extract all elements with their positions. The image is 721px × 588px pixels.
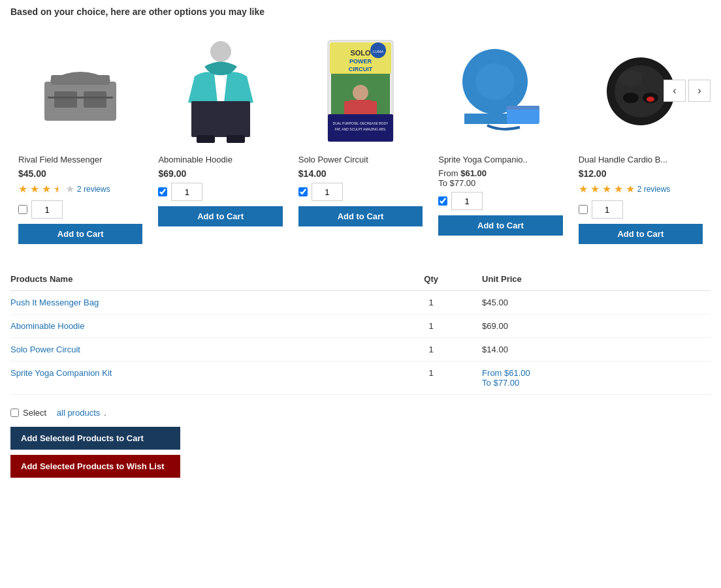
product-card-4: Sprite Yoga Companio.. From $61.00 To $7… xyxy=(430,27,570,251)
col-header-qty: Qty xyxy=(398,270,469,291)
section-title: Based on your choice, here are other opt… xyxy=(10,7,711,17)
svg-text:POWER: POWER xyxy=(349,58,372,65)
row-price-3: $14.00 xyxy=(469,338,711,362)
review-link-5[interactable]: 2 reviews xyxy=(637,185,671,194)
product-card-2: Abominable Hoodie $69.00 Add to Cart xyxy=(150,27,290,251)
svg-point-5 xyxy=(210,41,231,62)
product-checkbox-2[interactable] xyxy=(158,187,167,196)
qty-input-4[interactable] xyxy=(451,192,483,210)
row-name-4: Sprite Yoga Companion Kit xyxy=(10,362,398,395)
svg-text:SOLO: SOLO xyxy=(350,49,371,57)
row-name-1: Push It Messenger Bag xyxy=(10,291,398,315)
table-row: Sprite Yoga Companion Kit 1 From $61.00 … xyxy=(10,362,711,395)
product-name-2: Abominable Hoodie xyxy=(158,155,282,164)
star-1-4: ★★ xyxy=(54,183,63,195)
product-checkbox-4[interactable] xyxy=(438,196,447,206)
svg-rect-8 xyxy=(227,135,245,143)
select-all-suffix: . xyxy=(104,408,106,418)
star-5-5: ★ xyxy=(626,183,635,195)
row-link-1[interactable]: Push It Messenger Bag xyxy=(10,298,99,307)
row-link-3[interactable]: Solo Power Circuit xyxy=(10,345,80,354)
svg-point-25 xyxy=(475,63,515,100)
col-header-price: Unit Price xyxy=(469,270,711,291)
price-from-4: $61.00 xyxy=(460,168,487,178)
product-image-4 xyxy=(438,34,562,148)
row-qty-2: 1 xyxy=(398,315,469,338)
qty-input-1[interactable] xyxy=(31,200,63,219)
add-to-cart-button-5[interactable]: Add to Cart xyxy=(579,224,703,244)
products-carousel: Rival Field Messenger $45.00 ★ ★ ★ ★★ ★ … xyxy=(10,27,711,251)
product-checkbox-1[interactable] xyxy=(18,205,27,214)
product-name-4: Sprite Yoga Companio.. xyxy=(438,155,562,164)
product-image-2 xyxy=(158,34,282,148)
star-1-1: ★ xyxy=(18,183,27,195)
add-to-cart-button-4[interactable]: Add to Cart xyxy=(438,215,562,236)
select-all-label: Select xyxy=(23,408,46,418)
product-card-1: Rival Field Messenger $45.00 ★ ★ ★ ★★ ★ … xyxy=(10,27,150,251)
qty-row-2 xyxy=(158,183,282,201)
qty-input-3[interactable] xyxy=(312,183,343,201)
add-to-cart-button-1[interactable]: Add to Cart xyxy=(18,224,142,244)
product-image-1 xyxy=(18,34,142,148)
svg-text:FAT, AND SCULPT AMAZING ABS.: FAT, AND SCULPT AMAZING ABS. xyxy=(335,127,387,131)
row-link-4[interactable]: Sprite Yoga Companion Kit xyxy=(10,368,112,378)
product-price-1: $45.00 xyxy=(18,168,142,179)
row-price-2: $69.00 xyxy=(469,315,711,338)
star-5-2: ★ xyxy=(590,183,600,195)
product-price-5: $12.00 xyxy=(579,168,703,179)
row-price-range-4: From $61.00 To $77.00 xyxy=(469,362,711,395)
summary-table: Products Name Qty Unit Price Push It Mes… xyxy=(10,270,711,395)
product-name-3: Solo Power Circuit xyxy=(298,155,423,164)
star-5-3: ★ xyxy=(602,183,611,195)
select-all-link[interactable]: all products xyxy=(57,408,100,418)
svg-rect-3 xyxy=(84,91,106,108)
row-qty-3: 1 xyxy=(398,338,469,362)
select-all-checkbox[interactable] xyxy=(10,409,19,417)
star-1-3: ★ xyxy=(42,183,51,195)
table-row: Abominable Hoodie 1 $69.00 xyxy=(10,315,711,338)
svg-rect-4 xyxy=(48,97,113,99)
row-link-2[interactable]: Abominable Hoodie xyxy=(10,321,84,331)
product-stars-5: ★ ★ ★ ★ ★ 2 reviews xyxy=(579,183,703,195)
product-card-3: SOLO POWER CIRCUIT LUMA DUAL PURPOSE: DE… xyxy=(291,27,430,251)
qty-row-3 xyxy=(298,183,423,201)
star-5-1: ★ xyxy=(579,183,588,195)
svg-point-35 xyxy=(647,97,654,102)
product-price-3: $14.00 xyxy=(298,168,423,179)
add-selected-wishlist-button[interactable]: Add Selected Products to Wish List xyxy=(10,455,180,478)
carousel-next-button[interactable]: › xyxy=(688,80,711,102)
carousel-prev-button[interactable]: ‹ xyxy=(664,80,686,102)
product-card-5: Dual Handle Cardio B... $12.00 ★ ★ ★ ★ ★… xyxy=(571,27,711,251)
price-to-4: $77.00 xyxy=(450,178,476,188)
col-header-name: Products Name xyxy=(10,270,398,291)
product-checkbox-3[interactable] xyxy=(298,187,308,196)
product-name-5: Dual Handle Cardio B... xyxy=(579,155,703,164)
svg-rect-30 xyxy=(507,106,539,110)
add-to-cart-button-2[interactable]: Add to Cart xyxy=(158,206,282,226)
star-5-4: ★ xyxy=(614,183,623,195)
add-selected-cart-button[interactable]: Add Selected Products to Cart xyxy=(10,427,180,450)
row-qty-1: 1 xyxy=(398,291,469,315)
svg-rect-7 xyxy=(197,135,215,143)
table-row: Push It Messenger Bag 1 $45.00 xyxy=(10,291,711,315)
qty-input-5[interactable] xyxy=(592,200,623,219)
qty-row-1 xyxy=(18,200,142,219)
product-image-3: SOLO POWER CIRCUIT LUMA DUAL PURPOSE: DE… xyxy=(298,34,423,148)
row-price-from-4: From $61.00 xyxy=(482,368,530,378)
star-1-2: ★ xyxy=(30,183,39,195)
product-checkbox-5[interactable] xyxy=(579,205,588,214)
row-price-1: $45.00 xyxy=(469,291,711,315)
row-price-to-4: To $77.00 xyxy=(482,378,519,388)
qty-row-4 xyxy=(438,192,562,210)
action-buttons: Add Selected Products to Cart Add Select… xyxy=(10,427,180,478)
table-row: Solo Power Circuit 1 $14.00 xyxy=(10,338,711,362)
product-price-2: $69.00 xyxy=(158,168,282,179)
svg-point-17 xyxy=(353,85,368,101)
svg-point-36 xyxy=(619,70,643,86)
product-price-range-4: From $61.00 To $77.00 xyxy=(438,168,562,188)
review-link-1[interactable]: 2 reviews xyxy=(77,185,110,194)
qty-input-2[interactable] xyxy=(171,183,202,201)
price-from-label-4: From xyxy=(438,168,460,178)
add-to-cart-button-3[interactable]: Add to Cart xyxy=(298,206,423,226)
svg-rect-6 xyxy=(191,101,250,137)
